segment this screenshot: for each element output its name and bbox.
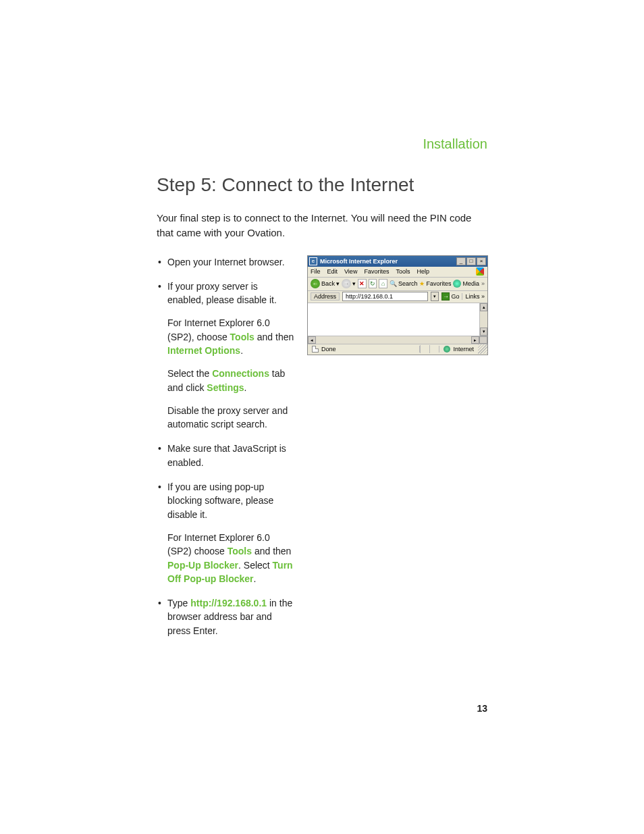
back-arrow-icon: ← bbox=[311, 279, 320, 288]
search-label: Search bbox=[398, 280, 418, 287]
content-area: Step 5: Connect to the Internet Your fin… bbox=[157, 174, 489, 648]
media-icon bbox=[453, 280, 461, 288]
screenshot-column: e Microsoft Internet Explorer _ □ × File… bbox=[307, 255, 489, 649]
ie-menubar: File Edit View Favorites Tools Help bbox=[308, 267, 487, 278]
ie-viewport: ▴ ▾ bbox=[308, 303, 487, 336]
links-label[interactable]: Links » bbox=[462, 293, 485, 300]
ie-app-icon: e bbox=[309, 257, 317, 265]
scroll-right-icon[interactable]: ▸ bbox=[471, 336, 479, 344]
menu-edit[interactable]: Edit bbox=[327, 268, 338, 275]
instructions-column: Open your Internet browser. If your prox… bbox=[157, 255, 295, 649]
toolbar-overflow-icon[interactable]: » bbox=[481, 280, 485, 287]
status-slot-2 bbox=[429, 345, 439, 353]
bullet-type-url: Type http://192.168.0.1 in the browser a… bbox=[157, 596, 295, 637]
status-slot-1 bbox=[420, 345, 429, 353]
refresh-button[interactable]: ↻ bbox=[369, 279, 377, 288]
forward-arrow-icon: → bbox=[342, 279, 351, 288]
hl-tools: Tools bbox=[230, 332, 254, 342]
forward-button[interactable]: → ▾ bbox=[342, 279, 356, 288]
close-button[interactable]: × bbox=[477, 257, 486, 265]
status-zone-label: Internet bbox=[453, 346, 474, 353]
menu-tools[interactable]: Tools bbox=[396, 268, 410, 275]
search-button[interactable]: 🔍 Search bbox=[390, 280, 418, 287]
links-dropdown-icon: » bbox=[481, 293, 485, 300]
stop-button[interactable]: ✕ bbox=[358, 279, 367, 288]
hl-popup-blocker: Pop-Up Blocker bbox=[167, 560, 238, 571]
document-icon bbox=[312, 346, 319, 353]
status-zone: Internet bbox=[439, 346, 478, 353]
favorites-button[interactable]: ★ Favorites bbox=[419, 280, 451, 287]
ie-status-bar: Done Internet bbox=[308, 344, 487, 355]
ie-toolbar: ← Back ▾ → ▾ ✕ ↻ ⌂ 🔍 Search bbox=[308, 278, 487, 291]
back-button[interactable]: ← Back ▾ bbox=[311, 279, 340, 288]
ie-address-bar: Address http://192.168.0.1 ▾ → Go Links … bbox=[308, 291, 487, 303]
page-number: 13 bbox=[477, 703, 487, 714]
hl-url: http://192.168.0.1 bbox=[190, 598, 267, 608]
address-label: Address bbox=[311, 292, 340, 301]
favorites-label: Favorites bbox=[426, 280, 451, 287]
hl-connections: Connections bbox=[212, 368, 269, 379]
bullet-javascript: Make sure that JavaScript is enabled. bbox=[157, 442, 295, 469]
section-header: Installation bbox=[423, 136, 487, 152]
vertical-scroll-track[interactable] bbox=[480, 311, 487, 328]
go-label: Go bbox=[451, 293, 459, 300]
go-arrow-icon: → bbox=[441, 292, 450, 301]
scroll-up-icon[interactable]: ▴ bbox=[480, 303, 487, 311]
menu-favorites[interactable]: Favorites bbox=[364, 268, 389, 275]
maximize-button[interactable]: □ bbox=[466, 257, 476, 265]
address-input[interactable]: http://192.168.0.1 bbox=[342, 292, 428, 301]
menu-view[interactable]: View bbox=[344, 268, 357, 275]
globe-icon bbox=[444, 346, 450, 353]
intro-paragraph: Your final step is to connect to the Int… bbox=[157, 211, 489, 240]
status-done: Done bbox=[321, 346, 336, 353]
hl-settings: Settings bbox=[207, 382, 244, 393]
minimize-button[interactable]: _ bbox=[456, 257, 466, 265]
proxy-sub-2: Select the Connections tab and click Set… bbox=[167, 367, 295, 394]
ie-window: e Microsoft Internet Explorer _ □ × File… bbox=[307, 255, 488, 355]
scroll-down-icon[interactable]: ▾ bbox=[480, 328, 487, 336]
vertical-scrollbar[interactable]: ▴ ▾ bbox=[479, 303, 487, 336]
horizontal-scroll-track[interactable] bbox=[316, 336, 471, 344]
media-button[interactable]: Media bbox=[453, 280, 479, 288]
bullet-popup: If you are using pop-up blocking softwar… bbox=[157, 480, 295, 585]
forward-dropdown-icon: ▾ bbox=[352, 280, 356, 287]
menu-file[interactable]: File bbox=[311, 268, 321, 275]
bullet-proxy-text: If your proxy server is enabled, please … bbox=[167, 281, 277, 305]
ie-window-title: Microsoft Internet Explorer bbox=[320, 258, 456, 265]
scroll-corner bbox=[479, 336, 487, 344]
page-title: Step 5: Connect to the Internet bbox=[157, 174, 489, 196]
popup-sub-1: For Internet Explorer 6.0 (SP2) choose T… bbox=[167, 531, 295, 585]
horizontal-scrollbar[interactable]: ◂ ▸ bbox=[308, 336, 487, 344]
search-icon: 🔍 bbox=[390, 280, 397, 287]
menu-help[interactable]: Help bbox=[417, 268, 429, 275]
hl-tools-2: Tools bbox=[227, 546, 252, 556]
proxy-sub-1: For Internet Explorer 6.0 (SP2), choose … bbox=[167, 316, 295, 357]
proxy-sub-3: Disable the proxy server and automatic s… bbox=[167, 404, 295, 432]
back-label: Back bbox=[321, 280, 335, 287]
go-button[interactable]: → Go bbox=[441, 292, 459, 301]
bullet-proxy: If your proxy server is enabled, please … bbox=[157, 280, 295, 432]
windows-logo-icon bbox=[475, 267, 485, 276]
home-button[interactable]: ⌂ bbox=[379, 279, 387, 288]
hl-internet-options: Internet Options bbox=[167, 345, 240, 356]
scroll-left-icon[interactable]: ◂ bbox=[308, 336, 316, 344]
star-icon: ★ bbox=[419, 280, 425, 287]
back-dropdown-icon: ▾ bbox=[336, 280, 340, 287]
bullet-popup-text: If you are using pop-up blocking softwar… bbox=[167, 481, 273, 520]
ie-titlebar: e Microsoft Internet Explorer _ □ × bbox=[308, 256, 487, 267]
media-label: Media bbox=[462, 280, 479, 287]
resize-grip-icon[interactable] bbox=[478, 344, 487, 354]
address-dropdown-icon[interactable]: ▾ bbox=[431, 292, 439, 301]
bullet-open-browser: Open your Internet browser. bbox=[157, 255, 295, 269]
